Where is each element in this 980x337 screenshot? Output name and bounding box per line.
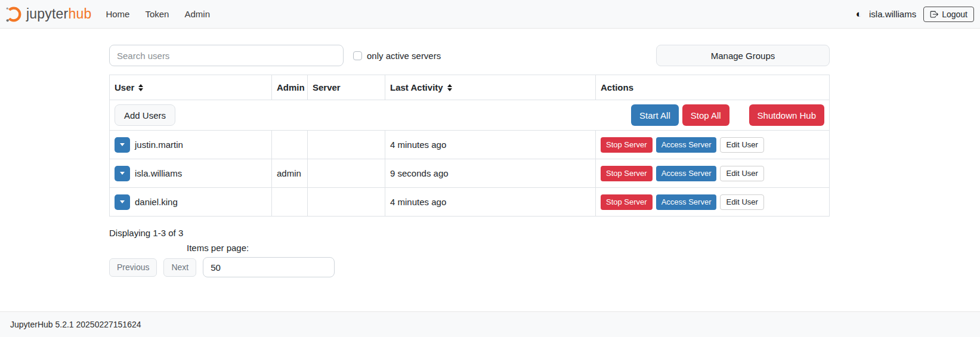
nav-link-token[interactable]: Token xyxy=(145,9,169,19)
table-row: isla.williams admin 9 seconds ago Stop S… xyxy=(110,159,829,187)
admin-cell xyxy=(272,188,308,216)
user-table: User Admin Server Last Activity Actions … xyxy=(109,75,830,217)
admin-cell xyxy=(272,131,308,159)
items-per-page-label: Items per page: xyxy=(187,243,830,253)
logout-button[interactable]: Logout xyxy=(923,7,974,22)
start-all-button[interactable]: Start All xyxy=(631,104,679,126)
header-server: Server xyxy=(308,75,385,100)
user-dropdown-button[interactable] xyxy=(115,166,130,181)
user-name: isla.williams xyxy=(135,168,182,178)
brand-text: jupyterhub xyxy=(26,6,91,22)
caret-down-icon xyxy=(120,200,125,203)
display-summary: Displaying 1-3 of 3 xyxy=(109,228,830,238)
user-dropdown-button[interactable] xyxy=(115,137,130,153)
only-active-filter: only active servers xyxy=(353,51,441,61)
caret-down-icon xyxy=(120,143,125,146)
user-name: justin.martin xyxy=(135,140,183,150)
header-last-activity: Last Activity xyxy=(385,75,596,100)
add-users-button[interactable]: Add Users xyxy=(115,104,175,126)
access-server-button[interactable]: Access Server xyxy=(656,166,717,181)
shutdown-hub-button[interactable]: Shutdown Hub xyxy=(749,104,824,126)
stop-server-button[interactable]: Stop Server xyxy=(601,137,653,153)
user-cell: isla.williams xyxy=(110,159,272,187)
toolbar: only active servers Manage Groups xyxy=(109,45,830,66)
only-active-checkbox[interactable] xyxy=(353,51,362,60)
stop-all-button[interactable]: Stop All xyxy=(682,104,729,126)
only-active-label: only active servers xyxy=(367,51,441,61)
table-header-row: User Admin Server Last Activity Actions xyxy=(110,75,829,100)
actions-cell: Stop Server Access Server Edit User xyxy=(596,131,829,159)
bulk-actions-row: Add Users Start All Stop All Shutdown Hu… xyxy=(110,100,829,130)
last-activity-cell: 9 seconds ago xyxy=(385,159,596,187)
nav-link-admin[interactable]: Admin xyxy=(184,9,210,19)
table-row: justin.martin 4 minutes ago Stop Server … xyxy=(110,130,829,159)
nav-link-home[interactable]: Home xyxy=(106,9,129,19)
server-cell xyxy=(308,188,385,216)
user-cell: justin.martin xyxy=(110,131,272,159)
search-input[interactable] xyxy=(109,45,344,66)
header-user: User xyxy=(110,75,272,100)
user-name: daniel.king xyxy=(135,197,178,207)
theme-toggle-icon[interactable]: ◐ xyxy=(856,9,862,19)
previous-page-button[interactable]: Previous xyxy=(109,258,157,277)
next-page-button[interactable]: Next xyxy=(163,258,196,277)
user-dropdown-button[interactable] xyxy=(115,194,130,210)
last-activity-cell: 4 minutes ago xyxy=(385,188,596,216)
edit-user-button[interactable]: Edit User xyxy=(720,194,763,210)
header-actions: Actions xyxy=(596,75,829,100)
sort-icon-user[interactable] xyxy=(138,84,143,91)
access-server-button[interactable]: Access Server xyxy=(656,137,717,153)
jupyter-logo-icon xyxy=(5,5,23,23)
items-per-page-input[interactable] xyxy=(203,257,335,277)
user-cell: daniel.king xyxy=(110,188,272,216)
edit-user-button[interactable]: Edit User xyxy=(720,137,763,153)
manage-groups-button[interactable]: Manage Groups xyxy=(656,45,830,66)
navbar-right: ◐ isla.williams Logout xyxy=(856,7,974,22)
edit-user-button[interactable]: Edit User xyxy=(720,166,763,181)
current-username: isla.williams xyxy=(869,9,916,19)
actions-cell: Stop Server Access Server Edit User xyxy=(596,188,829,216)
bulk-actions-right: Start All Stop All Shutdown Hub xyxy=(631,104,824,126)
caret-down-icon xyxy=(120,172,125,175)
navbar: jupyterhub Home Token Admin ◐ isla.willi… xyxy=(0,0,980,29)
table-row: daniel.king 4 minutes ago Stop Server Ac… xyxy=(110,187,829,216)
server-cell xyxy=(308,159,385,187)
pagination-controls: Previous Next xyxy=(109,257,830,277)
actions-cell: Stop Server Access Server Edit User xyxy=(596,159,829,187)
logout-label: Logout xyxy=(942,10,967,19)
admin-panel: only active servers Manage Groups User A… xyxy=(109,29,830,277)
stop-server-button[interactable]: Stop Server xyxy=(601,194,653,210)
header-admin: Admin xyxy=(272,75,308,100)
stop-server-button[interactable]: Stop Server xyxy=(601,166,653,181)
version-text: JupyterHub 5.2.1 20250227151624 xyxy=(10,320,141,329)
access-server-button[interactable]: Access Server xyxy=(656,194,717,210)
nav-links: Home Token Admin xyxy=(106,9,210,19)
jupyterhub-logo[interactable]: jupyterhub xyxy=(5,5,91,23)
server-cell xyxy=(308,131,385,159)
admin-cell: admin xyxy=(272,159,308,187)
last-activity-cell: 4 minutes ago xyxy=(385,131,596,159)
logout-icon xyxy=(930,10,938,18)
footer: JupyterHub 5.2.1 20250227151624 xyxy=(0,311,980,337)
sort-icon-last-activity[interactable] xyxy=(447,84,452,91)
